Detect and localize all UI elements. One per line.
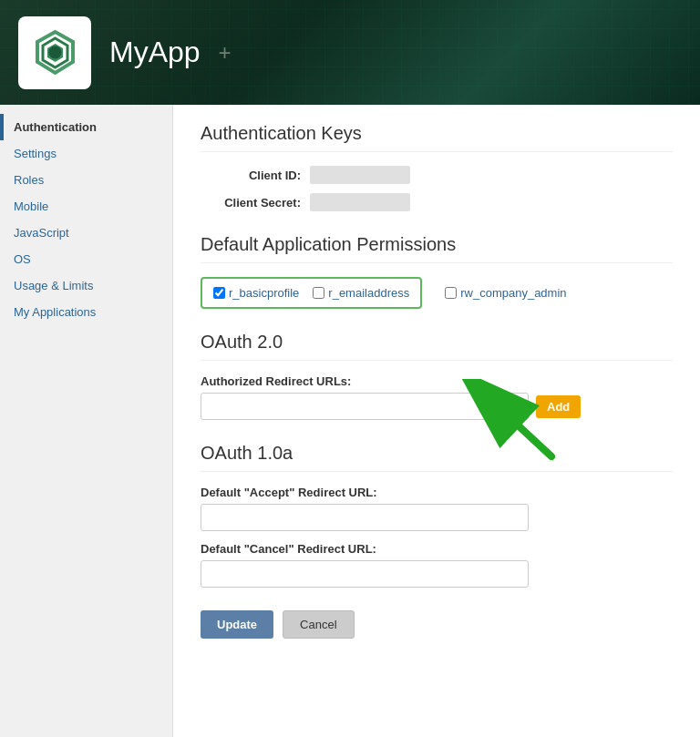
client-id-label: Client ID: — [201, 169, 301, 182]
accept-redirect-input-row — [201, 504, 673, 531]
client-id-value — [310, 166, 410, 184]
app-title: MyApp — [109, 36, 201, 69]
redirect-urls-label: Authorized Redirect URLs: — [201, 374, 673, 388]
checkbox-r-emailaddress[interactable] — [313, 287, 324, 299]
label-r-emailaddress: r_emailaddress — [328, 286, 409, 300]
client-secret-row: Client Secret: — [201, 193, 673, 211]
app-logo — [18, 16, 91, 89]
label-r-basicprofile: r_basicprofile — [229, 286, 299, 300]
permission-r-emailaddress: r_emailaddress — [313, 286, 409, 300]
label-rw-company-admin: rw_company_admin — [460, 286, 566, 300]
action-buttons: Update Cancel — [201, 610, 673, 639]
update-button[interactable]: Update — [201, 610, 273, 639]
app-header: MyApp + — [0, 0, 700, 105]
accept-redirect-input[interactable] — [201, 504, 529, 531]
sidebar-item-authentication[interactable]: Authentication — [0, 114, 172, 140]
sidebar-item-roles[interactable]: Roles — [0, 167, 172, 193]
client-secret-value — [310, 193, 410, 211]
checkbox-r-basicprofile[interactable] — [213, 287, 225, 299]
client-secret-label: Client Secret: — [201, 196, 301, 210]
auth-keys-title: Authentication Keys — [201, 123, 673, 152]
oauth2-title: OAuth 2.0 — [201, 332, 673, 361]
oauth1-section: OAuth 1.0a Default "Accept" Redirect URL… — [201, 443, 673, 588]
sidebar: Authentication Settings Roles Mobile Jav… — [0, 105, 173, 737]
client-id-row: Client ID: — [201, 166, 673, 184]
sidebar-item-usage-limits[interactable]: Usage & Limits — [0, 272, 172, 299]
cancel-button[interactable]: Cancel — [283, 610, 354, 639]
oauth2-section: OAuth 2.0 Authorized Redirect URLs: Add — [201, 332, 673, 420]
permissions-section: Default Application Permissions r_basicp… — [201, 234, 673, 309]
permission-r-basicprofile: r_basicprofile — [213, 286, 299, 300]
cancel-redirect-input-row — [201, 560, 673, 588]
sidebar-item-settings[interactable]: Settings — [0, 140, 172, 167]
auth-keys-section: Authentication Keys Client ID: Client Se… — [201, 123, 673, 211]
sidebar-item-javascript[interactable]: JavaScript — [0, 220, 172, 246]
add-redirect-url-button[interactable]: Add — [536, 395, 581, 418]
cancel-redirect-label: Default "Cancel" Redirect URL: — [201, 542, 673, 556]
oauth1-title: OAuth 1.0a — [201, 443, 673, 472]
svg-point-3 — [48, 46, 61, 59]
permissions-title: Default Application Permissions — [201, 234, 673, 263]
sidebar-item-my-applications[interactable]: My Applications — [0, 299, 172, 325]
header-plus: + — [219, 40, 232, 66]
accept-redirect-label: Default "Accept" Redirect URL: — [201, 486, 673, 499]
cancel-redirect-input[interactable] — [201, 560, 529, 588]
redirect-url-input[interactable] — [201, 393, 529, 420]
main-content: Authentication Keys Client ID: Client Se… — [173, 105, 700, 737]
sidebar-item-os[interactable]: OS — [0, 246, 172, 272]
permissions-highlighted-box: r_basicprofile r_emailaddress — [201, 277, 422, 309]
sidebar-item-mobile[interactable]: Mobile — [0, 193, 172, 220]
permission-rw-company-admin: rw_company_admin — [445, 286, 566, 300]
redirect-url-input-row: Add — [201, 393, 673, 420]
checkbox-rw-company-admin[interactable] — [445, 287, 457, 299]
